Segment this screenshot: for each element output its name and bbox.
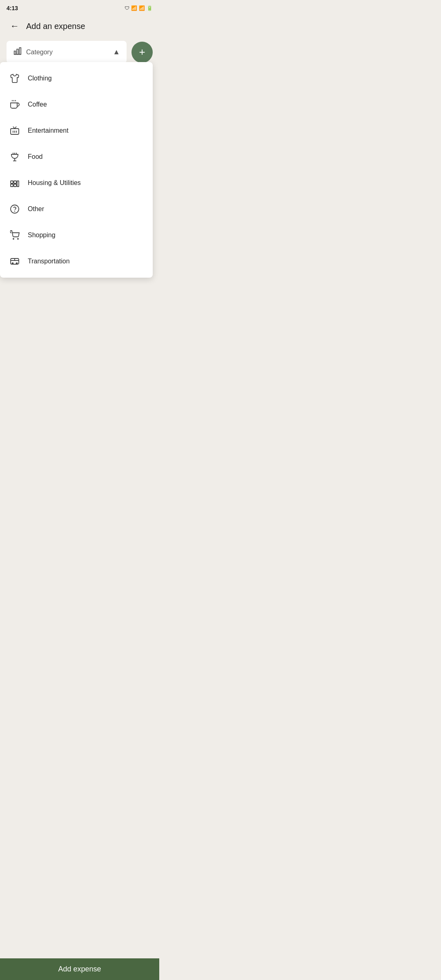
dropdown-item-housing[interactable]: Housing & Utilities <box>0 170 153 196</box>
category-label: Category <box>26 49 53 56</box>
app-bar: ← Add an expense <box>0 15 159 38</box>
entertainment-icon <box>8 124 21 137</box>
status-icons: 🛡 📶 📶 🔋 <box>125 5 153 11</box>
back-button[interactable]: ← <box>7 18 23 34</box>
svg-rect-18 <box>11 184 13 187</box>
svg-point-24 <box>18 238 18 239</box>
entertainment-label: Entertainment <box>28 127 69 134</box>
svg-rect-0 <box>14 51 16 54</box>
dropdown-item-entertainment[interactable]: Entertainment <box>0 118 153 144</box>
clothing-label: Clothing <box>28 75 52 82</box>
shopping-icon <box>8 229 21 242</box>
svg-point-29 <box>16 263 18 264</box>
transportation-icon <box>8 255 21 268</box>
dropdown-item-transportation[interactable]: Transportation <box>0 248 153 274</box>
other-icon <box>8 203 21 216</box>
dropdown-item-shopping[interactable]: Shopping <box>0 222 153 248</box>
svg-rect-17 <box>14 181 16 183</box>
housing-label: Housing & Utilities <box>28 179 81 187</box>
main-content: Category ▲ + Clothing <box>0 38 159 143</box>
svg-rect-2 <box>20 48 21 55</box>
signal-icon: 📶 <box>139 5 145 11</box>
category-left: Category <box>13 47 53 58</box>
back-arrow-icon: ← <box>10 21 19 31</box>
battery-icon: 🔋 <box>147 5 153 11</box>
category-chart-icon <box>13 47 22 58</box>
svg-point-23 <box>13 238 14 239</box>
dropdown-item-other[interactable]: Other <box>0 196 153 222</box>
transportation-label: Transportation <box>28 258 70 265</box>
category-dropdown: Clothing Coffee <box>0 62 153 278</box>
status-time: 4:13 <box>7 5 18 11</box>
status-bar: 4:13 🛡 📶 📶 🔋 <box>0 0 159 15</box>
coffee-icon <box>8 98 21 111</box>
svg-point-28 <box>12 263 13 264</box>
dropdown-item-food[interactable]: Food <box>0 144 153 170</box>
svg-rect-20 <box>17 181 19 187</box>
dropdown-item-clothing[interactable]: Clothing <box>0 65 153 91</box>
svg-line-25 <box>10 232 11 233</box>
category-row: Category ▲ + <box>7 41 153 63</box>
svg-rect-1 <box>17 49 18 54</box>
housing-icon <box>8 176 21 189</box>
other-label: Other <box>28 205 44 213</box>
svg-rect-19 <box>14 184 16 187</box>
shield-icon: 🛡 <box>125 5 129 11</box>
clothing-icon <box>8 72 21 85</box>
dropdown-item-coffee[interactable]: Coffee <box>0 91 153 118</box>
page-title: Add an expense <box>26 22 153 31</box>
add-icon: + <box>139 46 145 58</box>
food-label: Food <box>28 153 42 160</box>
food-icon <box>8 150 21 163</box>
shopping-label: Shopping <box>28 232 56 239</box>
wifi-icon: 📶 <box>131 5 137 11</box>
coffee-label: Coffee <box>28 101 47 108</box>
svg-rect-16 <box>11 181 13 183</box>
add-category-button[interactable]: + <box>131 42 153 63</box>
category-selector[interactable]: Category ▲ <box>7 41 127 63</box>
svg-point-21 <box>11 205 19 213</box>
chevron-up-icon: ▲ <box>113 48 120 56</box>
